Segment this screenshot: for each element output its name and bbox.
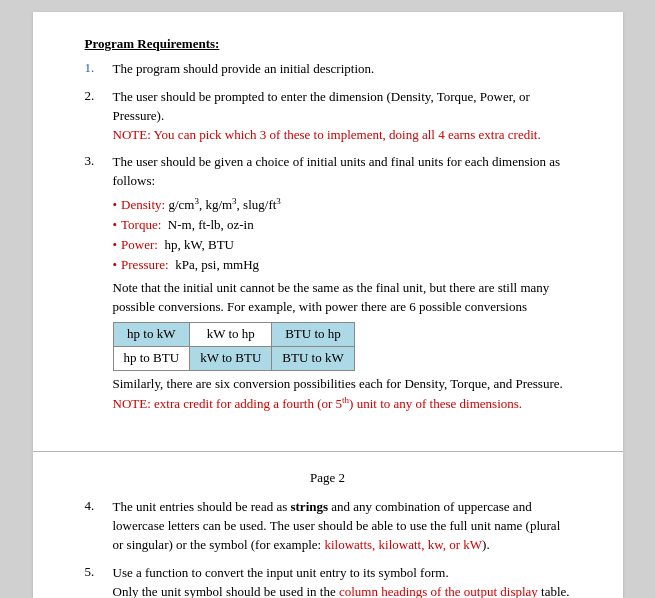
- cell-btu-hp: BTU to hp: [272, 323, 354, 347]
- item-3-main: The user should be given a choice of ini…: [113, 154, 561, 188]
- bullet-dot-power: •: [113, 236, 118, 255]
- page-title: Page 2: [85, 470, 571, 486]
- item-2-content: The user should be prompted to enter the…: [113, 88, 571, 145]
- requirements-list: 1. The program should provide an initial…: [85, 60, 571, 414]
- table-row-1: hp to kW kW to hp BTU to hp: [113, 323, 354, 347]
- item-3-num: 3.: [85, 153, 113, 169]
- cell-hp-kw: hp to kW: [113, 323, 190, 347]
- item-5-content: Use a function to convert the input unit…: [113, 564, 571, 598]
- bullet-power: • Power: hp, kW, BTU: [113, 236, 571, 255]
- bullet-text-pressure: kPa, psi, mmHg: [169, 256, 259, 275]
- item-3-note2: Similarly, there are six conversion poss…: [113, 376, 563, 391]
- list-item-2: 2. The user should be prompted to enter …: [85, 88, 571, 145]
- table-row-2: hp to BTU kW to BTU BTU to kW: [113, 347, 354, 371]
- item-5-num: 5.: [85, 564, 113, 580]
- cell-btu-kw: BTU to kW: [272, 347, 354, 371]
- item-4-num: 4.: [85, 498, 113, 514]
- section-heading: Program Requirements:: [85, 36, 220, 51]
- bullet-dot-density: •: [113, 196, 118, 215]
- bullet-text-density: g/cm3, kg/m3, slug/ft3: [165, 195, 281, 215]
- requirements-list-2: 4. The unit entries should be read as st…: [85, 498, 571, 598]
- item-4-red: kilowatts, kilowatt, kw, or kW: [324, 537, 482, 552]
- item-3-note1: Note that the initial unit cannot be the…: [113, 280, 550, 314]
- item-4-main: The unit entries should be read as strin…: [113, 499, 561, 552]
- item-2-num: 2.: [85, 88, 113, 104]
- list-item-1: 1. The program should provide an initial…: [85, 60, 571, 79]
- list-item-3: 3. The user should be given a choice of …: [85, 153, 571, 414]
- bullet-label-power: Power:: [121, 236, 158, 255]
- item-5-line1: Use a function to convert the input unit…: [113, 565, 449, 580]
- item-2-note: NOTE: You can pick which 3 of these to i…: [113, 127, 541, 142]
- bullet-pressure: • Pressure: kPa, psi, mmHg: [113, 256, 571, 275]
- item-2-main: The user should be prompted to enter the…: [113, 89, 530, 123]
- list-item-5: 5. Use a function to convert the input u…: [85, 564, 571, 598]
- item-3-note-red: NOTE: extra credit for adding a fourth (…: [113, 396, 523, 411]
- item-4-bold: strings: [290, 499, 328, 514]
- page-2: Page 2 4. The unit entries should be rea…: [33, 452, 623, 598]
- item-5-red: column headings of the output display: [339, 584, 538, 598]
- bullet-label-pressure: Pressure:: [121, 256, 169, 275]
- item-1-content: The program should provide an initial de…: [113, 60, 571, 79]
- item-4-content: The unit entries should be read as strin…: [113, 498, 571, 555]
- bullet-list: • Density: g/cm3, kg/m3, slug/ft3 • Torq…: [113, 195, 571, 275]
- item-3-content: The user should be given a choice of ini…: [113, 153, 571, 414]
- cell-hp-btu: hp to BTU: [113, 347, 190, 371]
- page-container: Program Requirements: 1. The program sho…: [0, 0, 655, 598]
- bullet-label-torque: Torque:: [121, 216, 161, 235]
- bullet-text-torque: N-m, ft-lb, oz-in: [161, 216, 253, 235]
- bullet-density: • Density: g/cm3, kg/m3, slug/ft3: [113, 195, 571, 215]
- item-1-num: 1.: [85, 60, 113, 76]
- bullet-dot-pressure: •: [113, 256, 118, 275]
- item-1-text: The program should provide an initial de…: [113, 61, 375, 76]
- conversion-table: hp to kW kW to hp BTU to hp hp to BTU kW…: [113, 322, 355, 371]
- bullet-text-power: hp, kW, BTU: [158, 236, 234, 255]
- page-1: Program Requirements: 1. The program sho…: [33, 12, 623, 451]
- cell-kw-hp: kW to hp: [190, 323, 272, 347]
- bullet-label-density: Density:: [121, 196, 165, 215]
- bullet-torque: • Torque: N-m, ft-lb, oz-in: [113, 216, 571, 235]
- cell-kw-btu: kW to BTU: [190, 347, 272, 371]
- bullet-dot-torque: •: [113, 216, 118, 235]
- item-5-line2: Only the unit symbol should be used in t…: [113, 584, 570, 598]
- list-item-4: 4. The unit entries should be read as st…: [85, 498, 571, 555]
